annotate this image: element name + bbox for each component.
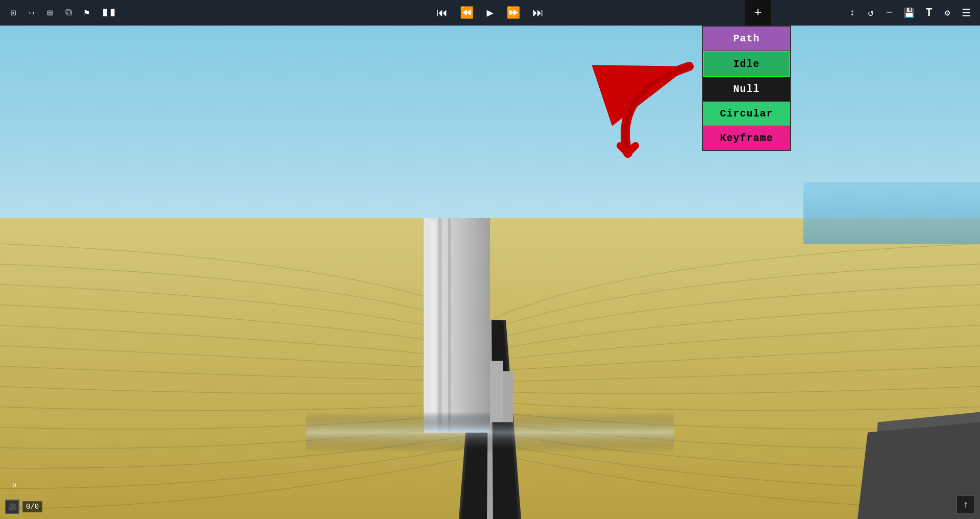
settings-icon[interactable]: ⚙ bbox=[940, 5, 954, 21]
skip-to-end-button[interactable]: ⏭ bbox=[529, 5, 547, 21]
toolbar-right-group: ↕ ↺ − 💾 T ⚙ ☰ bbox=[845, 0, 980, 26]
motion-type-dropdown: Path Idle Null Circular Keyframe bbox=[702, 26, 791, 151]
dropdown-item-circular[interactable]: Circular bbox=[703, 102, 790, 126]
svg-rect-16 bbox=[503, 371, 513, 422]
step-forward-button[interactable]: ⏩ bbox=[503, 5, 523, 21]
svg-rect-11 bbox=[438, 218, 442, 432]
water-background bbox=[803, 182, 980, 244]
save-icon[interactable]: 💾 bbox=[900, 5, 918, 21]
step-back-button[interactable]: ⏪ bbox=[457, 5, 477, 21]
top-toolbar: ⊡ ↔ ⊞ ⧉ ⚑ ▐▌▐▌ ⏮ ⏪ ▶ ⏩ ⏭ ↕ ↺ − 💾 T ⚙ ☰ bbox=[0, 0, 980, 26]
tool-copy-icon[interactable]: ⧉ bbox=[61, 5, 76, 21]
dropdown-item-null[interactable]: Null bbox=[703, 77, 790, 102]
game-viewport bbox=[0, 0, 980, 519]
tool-move-icon[interactable]: ↔ bbox=[24, 5, 39, 21]
hud-panel: 0 🎥 0/0 bbox=[5, 500, 42, 514]
dropdown-item-path[interactable]: Path bbox=[703, 27, 790, 51]
text-icon[interactable]: T bbox=[922, 5, 936, 21]
skip-to-start-button[interactable]: ⏮ bbox=[433, 5, 451, 21]
rotate-icon[interactable]: ↺ bbox=[864, 5, 878, 21]
tool-select-icon[interactable]: ⊡ bbox=[6, 5, 20, 21]
tool-timeline-icon[interactable]: ▐▌▐▌ bbox=[98, 5, 119, 21]
add-button-label: + bbox=[754, 5, 762, 20]
svg-rect-12 bbox=[448, 218, 451, 432]
sand-ground bbox=[0, 218, 980, 519]
play-button[interactable]: ▶ bbox=[483, 5, 497, 21]
playback-controls: ⏮ ⏪ ▶ ⏩ ⏭ bbox=[433, 0, 547, 26]
scroll-up-icon: ↑ bbox=[963, 500, 969, 510]
tool-flag-icon[interactable]: ⚑ bbox=[80, 5, 94, 21]
scroll-up-button[interactable]: ↑ bbox=[957, 496, 975, 514]
menu-icon[interactable]: ☰ bbox=[959, 5, 974, 21]
frame-number-display: 0 bbox=[12, 482, 16, 489]
svg-rect-10 bbox=[429, 221, 436, 432]
svg-rect-15 bbox=[490, 361, 503, 422]
camera-hud-icon: 🎥 bbox=[5, 500, 19, 514]
dropdown-item-idle[interactable]: Idle bbox=[703, 51, 790, 77]
add-button[interactable]: + bbox=[745, 0, 771, 26]
counter-display: 0/0 bbox=[22, 501, 42, 512]
tool-add-icon[interactable]: ⊞ bbox=[43, 5, 57, 21]
dropdown-item-keyframe[interactable]: Keyframe bbox=[703, 126, 790, 150]
counter-row: 🎥 0/0 bbox=[5, 500, 42, 514]
minus-icon[interactable]: − bbox=[882, 5, 896, 21]
move-up-icon[interactable]: ↕ bbox=[845, 5, 860, 21]
